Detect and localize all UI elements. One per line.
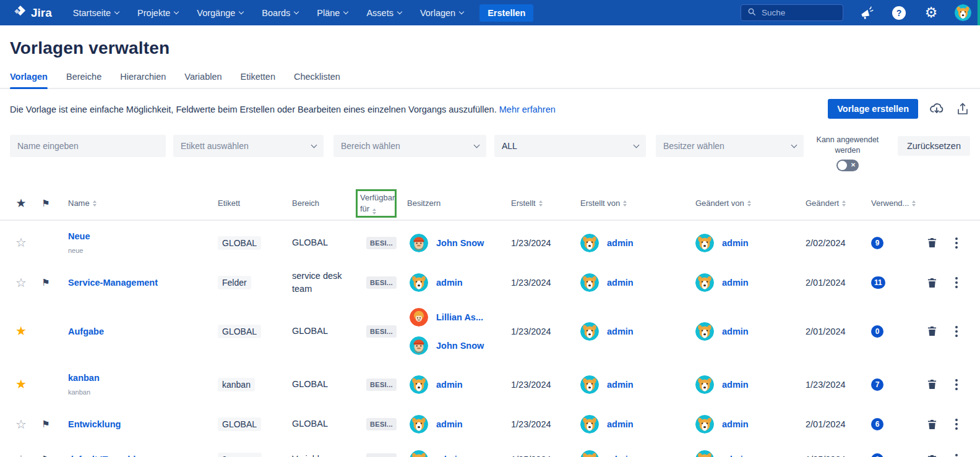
owners-cell: admin [405,415,509,434]
can-apply-toggle[interactable]: ✕ [836,160,859,171]
favorite-star-icon[interactable]: ☆ [15,236,27,249]
favorite-star-icon[interactable]: ☆ [15,276,27,289]
settings-gear-icon[interactable]: ⚙ [922,4,940,22]
filter-label-select[interactable]: Etikett auswählen [173,135,324,157]
usage-count-badge: 11 [871,276,885,289]
create-issue-button[interactable]: Erstellen [479,4,533,22]
delete-button[interactable] [918,325,945,338]
nav-item-pläne[interactable]: Pläne [317,8,348,18]
star-column-icon[interactable]: ★ [15,196,26,210]
flag-column-icon[interactable]: ⚑ [41,198,49,209]
chevron-down-icon [459,9,464,14]
template-name-link[interactable]: Aufgabe [68,327,213,336]
delete-button[interactable] [918,276,945,289]
created-by-cell: admin [572,234,687,252]
modified-by-link[interactable]: admin [722,455,749,457]
modified-by-link[interactable]: admin [722,327,749,336]
header-created-by[interactable]: Erstellt von [572,199,687,208]
favorite-star-icon[interactable]: ★ [15,324,27,338]
template-name-link[interactable]: Neue [68,231,213,241]
filter-owner-select[interactable]: Besitzer wählen [656,135,804,157]
created-date: 1/25/2024 [509,455,572,457]
filter-name-input[interactable] [17,141,158,151]
import-cloud-icon[interactable] [929,101,945,117]
dog-avatar [695,234,714,252]
tab-bereiche[interactable]: Bereiche [66,72,101,88]
available-for-badge: BESI... [366,237,397,249]
owners-cell: John Snow [405,234,509,252]
created-by-link[interactable]: admin [607,238,634,248]
export-icon[interactable] [955,101,970,116]
tab-hierarchien[interactable]: Hierarchien [120,72,166,88]
modified-by-link[interactable]: admin [722,380,749,390]
row-menu-button[interactable] [945,237,968,249]
help-icon[interactable]: ? [890,4,908,22]
owner-link[interactable]: admin [436,455,463,457]
create-template-button[interactable]: Vorlage erstellen [828,99,918,119]
owner-link[interactable]: John Snow [436,238,484,248]
created-by-link[interactable]: admin [607,380,634,390]
modified-by-link[interactable]: admin [722,419,749,429]
template-name-link[interactable]: default IT+problem [68,455,213,457]
search-input[interactable] [762,8,833,17]
filter-scope-select[interactable]: Bereich wählen [333,135,486,157]
owner-link[interactable]: admin [436,380,463,390]
tab-variablen[interactable]: Variablen [184,72,221,88]
nav-item-vorgänge[interactable]: Vorgänge [197,8,243,18]
template-name-link[interactable]: Service-Management [68,278,213,288]
nav-item-startseite[interactable]: Startseite [73,8,119,18]
modified-by-link[interactable]: admin [722,238,749,248]
scope-text: GLOBAL [287,378,360,391]
global-search[interactable] [741,4,843,21]
nav-item-projekte[interactable]: Projekte [137,8,178,18]
nav-item-label: Vorgänge [197,8,235,18]
nav-item-assets[interactable]: Assets [366,8,402,18]
header-usages[interactable]: Verwend... [866,199,918,208]
favorite-star-icon[interactable]: ☆ [15,453,27,457]
announcements-icon[interactable] [858,4,875,22]
tab-etiketten[interactable]: Etiketten [241,72,275,88]
template-name-link[interactable]: Entwicklung [68,419,213,429]
created-by-link[interactable]: admin [607,455,634,457]
modified-by-link[interactable]: admin [722,278,749,288]
created-by-link[interactable]: admin [607,327,634,336]
scope-text: Variablen [287,453,360,457]
row-menu-button[interactable] [945,379,968,390]
owner-link[interactable]: Lillian As... [436,312,483,322]
modified-by-cell: admin [687,450,803,457]
reset-filters-button[interactable]: Zurücksetzen [898,136,970,156]
filter-type-select[interactable]: ALL [494,135,646,157]
delete-button[interactable] [918,453,945,457]
created-by-link[interactable]: admin [607,419,634,429]
row-menu-button[interactable] [945,326,968,337]
header-modified[interactable]: Geändert [803,199,866,208]
owner-link[interactable]: admin [436,278,463,288]
tab-checklisten[interactable]: Checklisten [294,72,340,88]
header-available-for[interactable]: Verfügbar für [360,189,405,218]
flag-icon: ⚑ [41,277,49,288]
favorite-star-icon[interactable]: ★ [15,377,27,391]
usage-count-badge: 9 [871,237,883,249]
owner-link[interactable]: admin [436,419,463,429]
header-name[interactable]: Name [58,199,213,208]
row-menu-button[interactable] [945,454,968,457]
favorite-star-icon[interactable]: ☆ [15,417,27,431]
user-avatar[interactable] [955,4,971,21]
usage-count-badge: 0 [871,325,883,338]
header-created[interactable]: Erstellt [509,199,572,208]
delete-button[interactable] [918,418,945,431]
created-by-link[interactable]: admin [607,278,634,288]
tab-vorlagen[interactable]: Vorlagen [10,72,48,88]
delete-button[interactable] [918,236,945,249]
owner-link[interactable]: John Snow [436,341,484,351]
row-menu-button[interactable] [945,419,968,430]
jira-logo[interactable]: Jira [12,4,52,22]
learn-more-link[interactable]: Mehr erfahren [499,105,556,114]
nav-item-boards[interactable]: Boards [262,8,298,18]
usage-count-badge: 7 [871,378,883,391]
header-modified-by[interactable]: Geändert von [687,199,803,208]
delete-button[interactable] [918,378,945,391]
nav-item-vorlagen[interactable]: Vorlagen [420,8,463,18]
template-name-link[interactable]: kanban [68,373,213,383]
row-menu-button[interactable] [945,277,968,288]
